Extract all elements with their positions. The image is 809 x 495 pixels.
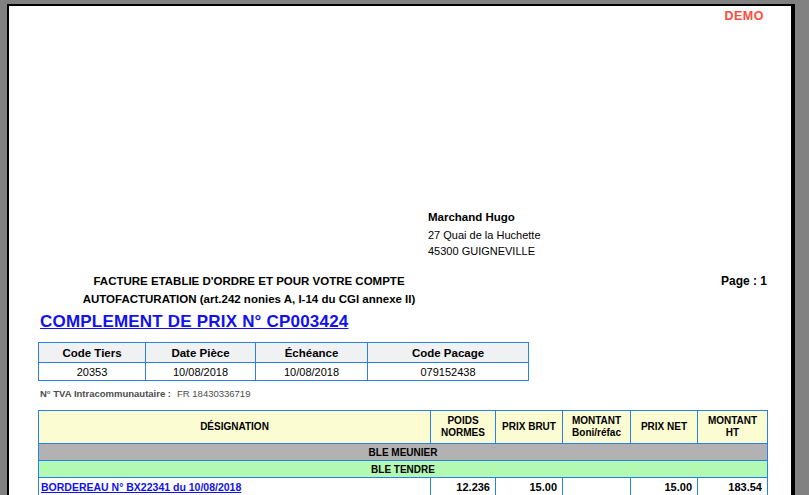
cell-montant-boni <box>563 478 631 495</box>
notice-line2: AUTOFACTURATION (art.242 nonies A, I-14 … <box>49 290 449 308</box>
details-header-poids-line2: NORMES <box>432 427 494 439</box>
cell-montant-ht: 183.54 <box>698 478 768 495</box>
details-header-prix-net-label: PRIX NET <box>632 421 696 433</box>
info-value-echeance: 10/08/2018 <box>256 363 368 381</box>
info-header-code-tiers: Code Tiers <box>39 343 146 363</box>
details-header-designation-label: DÉSIGNATION <box>40 421 429 433</box>
section-label-ble-tendre: BLE TENDRE <box>39 461 768 478</box>
section-label-ble-meunier: BLE MEUNIER <box>39 444 768 461</box>
tva-label: N° TVA Intracommunautaire : <box>40 388 171 399</box>
info-header-echeance: Échéance <box>256 343 368 363</box>
info-header-row: Code Tiers Date Pièce Échéance Code Paca… <box>39 343 529 363</box>
info-value-code-tiers: 20353 <box>39 363 146 381</box>
details-header-prix-net: PRIX NET <box>631 411 698 444</box>
info-header-date-piece: Date Pièce <box>146 343 256 363</box>
cell-designation: BORDEREAU N° BX22341 du 10/08/2018 <box>39 478 431 495</box>
document-title-link[interactable]: COMPLEMENT DE PRIX N° CP003424 <box>40 312 349 332</box>
recipient-address-line2: 45300 GUIGNEVILLE <box>428 244 541 260</box>
cell-poids-normes: 12.236 <box>431 478 496 495</box>
invoice-page: DEMO Marchand Hugo 27 Quai de la Huchett… <box>7 4 795 495</box>
recipient-block: Marchand Hugo 27 Quai de la Huchette 453… <box>428 209 541 259</box>
details-header-montant-line1: MONTANT <box>564 415 629 427</box>
details-header-prix-brut: PRIX BRUT <box>496 411 563 444</box>
details-header-designation: DÉSIGNATION <box>39 411 431 444</box>
details-header-montant-ht: MONTANT HT <box>698 411 768 444</box>
details-header-poids-normes: POIDS NORMES <box>431 411 496 444</box>
bordereau-link[interactable]: BORDEREAU N° BX22341 du 10/08/2018 <box>41 481 241 493</box>
table-row-bordereau: BORDEREAU N° BX22341 du 10/08/2018 12.23… <box>39 478 768 495</box>
cell-prix-net: 15.00 <box>631 478 698 495</box>
page-number: Page : 1 <box>721 274 767 288</box>
details-table: DÉSIGNATION POIDS NORMES PRIX BRUT MONTA… <box>38 410 768 495</box>
tva-line: N° TVA Intracommunautaire :FR 1843033671… <box>40 388 250 399</box>
section-row-ble-meunier: BLE MEUNIER <box>39 444 768 461</box>
demo-watermark: DEMO <box>725 9 765 23</box>
info-table: Code Tiers Date Pièce Échéance Code Paca… <box>38 342 529 381</box>
info-value-date-piece: 10/08/2018 <box>146 363 256 381</box>
section-row-ble-tendre: BLE TENDRE <box>39 461 768 478</box>
details-header-prix-brut-label: PRIX BRUT <box>497 421 561 433</box>
details-header-row: DÉSIGNATION POIDS NORMES PRIX BRUT MONTA… <box>39 411 768 444</box>
details-header-poids-line1: POIDS <box>432 415 494 427</box>
details-header-montant-boni: MONTANT Boni/réfac <box>563 411 631 444</box>
recipient-name: Marchand Hugo <box>428 209 541 225</box>
details-header-montant-line2: Boni/réfac <box>564 427 629 439</box>
details-header-montant-ht-line1: MONTANT <box>699 415 766 427</box>
details-header-montant-ht-line2: HT <box>699 427 766 439</box>
self-billing-notice: FACTURE ETABLIE D'ORDRE ET POUR VOTRE CO… <box>49 272 449 308</box>
info-value-code-pacage: 079152438 <box>368 363 529 381</box>
info-value-row: 20353 10/08/2018 10/08/2018 079152438 <box>39 363 529 381</box>
notice-line1: FACTURE ETABLIE D'ORDRE ET POUR VOTRE CO… <box>49 272 449 290</box>
cell-prix-brut: 15.00 <box>496 478 563 495</box>
info-header-code-pacage: Code Pacage <box>368 343 529 363</box>
tva-value: FR 18430336719 <box>177 388 250 399</box>
recipient-address-line1: 27 Quai de la Huchette <box>428 228 541 244</box>
